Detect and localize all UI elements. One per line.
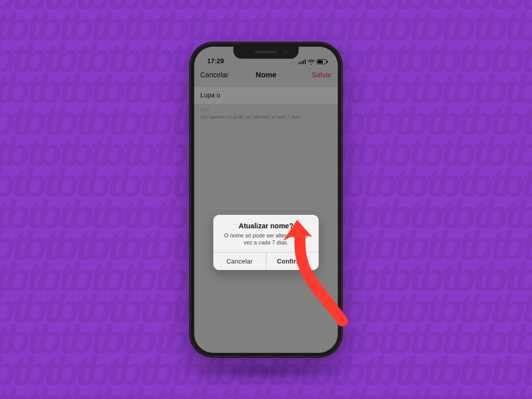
phone-frame: 17:29 Cancelar Nome Salvar Lupa o xyxy=(189,42,343,358)
confirm-alert: Atualizar nome? O nome só pode ser alter… xyxy=(213,215,319,271)
phone-notch xyxy=(233,47,299,59)
phone-screen: 17:29 Cancelar Nome Salvar Lupa o xyxy=(194,47,338,353)
alert-title: Atualizar nome? xyxy=(220,222,312,230)
modal-overlay xyxy=(194,47,338,353)
phone-shadow xyxy=(181,364,351,379)
alert-cancel-button[interactable]: Cancelar xyxy=(213,252,266,270)
alert-confirm-button[interactable]: Confirmar xyxy=(266,252,319,270)
alert-message: O nome só pode ser alterado uma vez a ca… xyxy=(220,232,312,246)
